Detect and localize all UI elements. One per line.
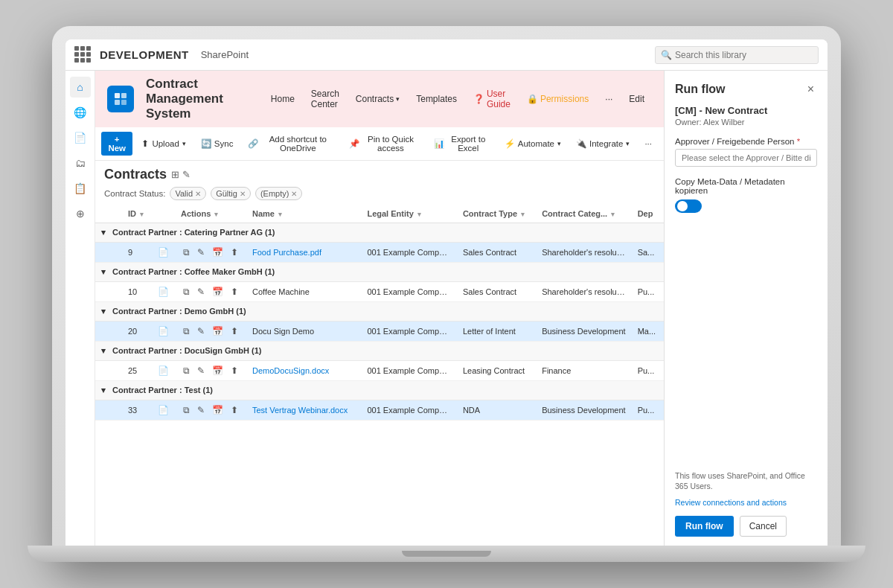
group-expand-icon[interactable]: ▾ [101, 228, 106, 237]
sync-button[interactable]: 🔄 Sync [195, 135, 240, 152]
nav-home[interactable]: Home [263, 90, 302, 108]
row-contract-categ: Finance [536, 361, 632, 381]
th-name[interactable]: Name ▾ [246, 205, 361, 223]
action-share-icon[interactable]: ⬆ [228, 365, 240, 377]
content-area: Contract Management System Home Search C… [95, 71, 664, 546]
run-flow-close-button[interactable]: × [804, 81, 817, 98]
action-calendar-icon[interactable]: 📅 [210, 246, 225, 258]
action-edit-icon[interactable]: ✎ [195, 286, 207, 298]
th-id[interactable]: ID ▾ [122, 205, 152, 223]
nav-user-guide[interactable]: ❓ User Guide [466, 85, 518, 113]
copy-meta-toggle[interactable] [675, 199, 702, 213]
sidebar-file-icon[interactable]: 🗂 [70, 153, 91, 173]
view-title-bar: Contracts ⊞ ✎ [95, 161, 664, 185]
row-contract-type: NDA [457, 400, 536, 421]
view-options-icon[interactable]: ✎ [182, 169, 191, 180]
filter-chip-valid[interactable]: Valid ✕ [170, 187, 206, 200]
search-bar[interactable]: 🔍 [655, 46, 819, 64]
add-shortcut-button[interactable]: 🔗 Add shortcut to OneDrive [242, 132, 340, 156]
integrate-button[interactable]: 🔌 Integrate ▾ [570, 135, 636, 152]
table-row[interactable]: 10 📄 ⧉ ✎ 📅 ⬆ Coffee Machine 001 Example … [95, 282, 664, 302]
group-row: ▾ Contract Partner : Test (1) [95, 381, 664, 400]
row-expand [95, 400, 110, 421]
filter-chip-empty[interactable]: (Empty) ✕ [255, 187, 303, 200]
row-name-cell[interactable]: Food Purchase.pdf [246, 243, 361, 263]
nav-more-dots[interactable]: ··· [598, 90, 620, 108]
row-name-cell[interactable]: Docu Sign Demo [246, 322, 361, 342]
filter-icon[interactable]: ⊞ [171, 169, 179, 180]
filter-chip-gultig[interactable]: Gültig ✕ [211, 187, 251, 200]
action-share-icon[interactable]: ⬆ [228, 286, 240, 298]
group-expand-icon[interactable]: ▾ [101, 307, 106, 316]
flow-btn-row: Run flow Cancel [675, 516, 817, 537]
waffle-icon[interactable] [74, 46, 92, 64]
table-header: ID ▾ Actions ▾ Name ▾ Legal Entity ▾ Con… [95, 205, 664, 223]
nav-contracts[interactable]: Contracts ▾ [348, 90, 407, 108]
action-share-icon[interactable]: ⬆ [228, 404, 240, 416]
automate-button[interactable]: ⚡ Automate ▾ [499, 135, 567, 152]
action-copy-icon[interactable]: ⧉ [181, 325, 192, 337]
action-calendar-icon[interactable]: 📅 [210, 325, 225, 337]
review-connections-link[interactable]: Review connections and actions [675, 498, 817, 507]
table-row[interactable]: 25 📄 ⧉ ✎ 📅 ⬆ DemoDocuSign.docx 001 Examp… [95, 361, 664, 381]
group-expand-icon[interactable]: ▾ [101, 267, 106, 276]
action-calendar-icon[interactable]: 📅 [210, 286, 225, 298]
action-share-icon[interactable]: ⬆ [228, 325, 240, 337]
th-legal[interactable]: Legal Entity ▾ [361, 205, 457, 223]
table-row[interactable]: 9 📄 ⧉ ✎ 📅 ⬆ Food Purchase.pdf 001 Exampl… [95, 243, 664, 263]
filter-chip-gultig-close[interactable]: ✕ [240, 190, 246, 198]
th-contract-type[interactable]: Contract Type ▾ [457, 205, 536, 223]
contract-name-link[interactable]: Test Vertrag Webinar.docx [252, 406, 348, 415]
action-edit-icon[interactable]: ✎ [195, 365, 207, 377]
group-expand-icon[interactable]: ▾ [101, 386, 106, 394]
action-edit-icon[interactable]: ✎ [195, 325, 207, 337]
row-id: 33 [122, 400, 152, 421]
export-button[interactable]: 📊 Export to Excel [428, 132, 496, 156]
group-expand-icon[interactable]: ▾ [101, 346, 106, 355]
action-calendar-icon[interactable]: 📅 [210, 365, 225, 377]
sidebar-list-icon[interactable]: 📋 [70, 178, 91, 199]
row-id: 25 [122, 361, 152, 381]
cancel-flow-button[interactable]: Cancel [740, 516, 787, 537]
table-row[interactable]: 33 📄 ⧉ ✎ 📅 ⬆ Test Vertrag Webinar.docx 0… [95, 400, 664, 421]
search-input[interactable] [655, 46, 819, 64]
action-calendar-icon[interactable]: 📅 [210, 404, 225, 416]
approver-input[interactable] [675, 149, 817, 167]
nav-permissions[interactable]: 🔒 Permissions [519, 90, 596, 108]
sidebar-add-icon[interactable]: ⊕ [70, 203, 91, 224]
action-copy-icon[interactable]: ⧉ [181, 286, 192, 298]
row-doc-icon: 📄 [152, 243, 175, 263]
action-copy-icon[interactable]: ⧉ [181, 365, 192, 377]
new-button[interactable]: + New [101, 132, 132, 156]
filter-chip-empty-close[interactable]: ✕ [291, 190, 297, 198]
action-edit-icon[interactable]: ✎ [195, 246, 207, 258]
th-actions[interactable]: Actions ▾ [175, 205, 246, 223]
filter-chip-valid-close[interactable]: ✕ [195, 190, 201, 198]
th-dep[interactable]: Dep [632, 205, 664, 223]
sidebar-doc-icon[interactable]: 📄 [70, 127, 91, 148]
contract-name-link[interactable]: DemoDocuSign.docx [252, 366, 329, 375]
action-copy-icon[interactable]: ⧉ [181, 246, 192, 258]
action-share-icon[interactable]: ⬆ [228, 246, 240, 258]
nav-edit[interactable]: Edit [621, 90, 652, 108]
th-contract-categ[interactable]: Contract Categ... ▾ [536, 205, 632, 223]
nav-search-center[interactable]: Search Center [304, 85, 347, 113]
action-edit-icon[interactable]: ✎ [195, 404, 207, 416]
upload-button[interactable]: ⬆ Upload ▾ [135, 135, 191, 152]
run-flow-header: Run flow × [665, 71, 828, 102]
action-copy-icon[interactable]: ⧉ [181, 404, 192, 416]
toolbar-more-button[interactable]: ··· [638, 136, 658, 151]
nav-templates[interactable]: Templates [409, 90, 464, 108]
filter-bar: Contract Status: Valid ✕ Gültig ✕ (Empty… [95, 185, 664, 205]
contract-name-link[interactable]: Food Purchase.pdf [252, 248, 321, 257]
sidebar-home-icon[interactable]: ⌂ [70, 77, 91, 98]
table-row[interactable]: 20 📄 ⧉ ✎ 📅 ⬆ Docu Sign Demo 001 Example … [95, 322, 664, 342]
copy-meta-label: Copy Meta-Data / Metadaten kopieren [675, 177, 817, 195]
row-name-cell[interactable]: Coffee Machine [246, 282, 361, 302]
pin-button[interactable]: 📌 Pin to Quick access [343, 132, 425, 156]
row-name-cell[interactable]: Test Vertrag Webinar.docx [246, 400, 361, 421]
sidebar-globe-icon[interactable]: 🌐 [70, 102, 91, 123]
run-flow-button[interactable]: Run flow [675, 516, 734, 537]
laptop-base [28, 546, 865, 562]
row-name-cell[interactable]: DemoDocuSign.docx [246, 361, 361, 381]
